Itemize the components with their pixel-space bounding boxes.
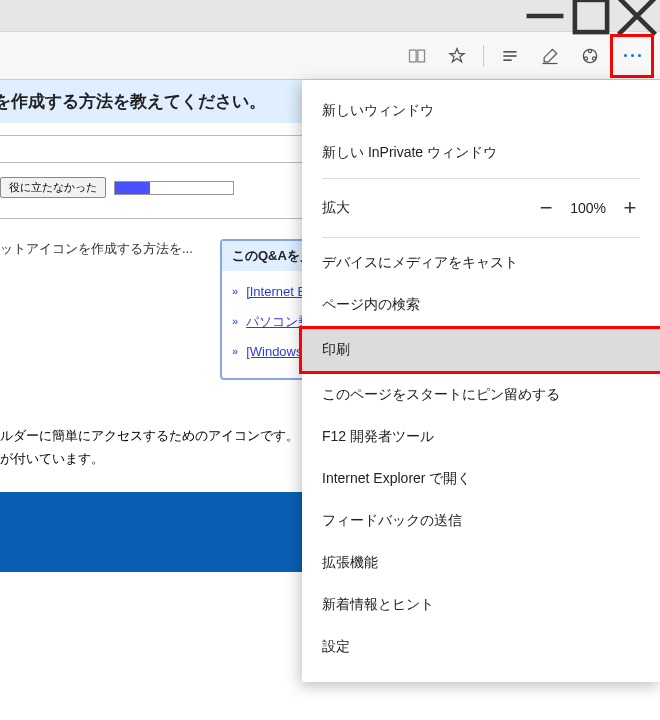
menu-find[interactable]: ページ内の検索	[302, 284, 660, 326]
menu-separator	[322, 178, 640, 179]
zoom-label: 拡大	[322, 199, 350, 217]
menu-feedback[interactable]: フィードバックの送信	[302, 500, 660, 542]
share-icon[interactable]	[570, 36, 610, 76]
zoom-in-button[interactable]: +	[620, 195, 640, 221]
reading-list-icon[interactable]	[397, 36, 437, 76]
more-menu-button[interactable]	[610, 34, 654, 78]
menu-zoom: 拡大 − 100% +	[302, 183, 660, 233]
chevron-right-icon: »	[232, 315, 238, 331]
svg-point-11	[593, 56, 596, 59]
menu-new-inprivate[interactable]: 新しい InPrivate ウィンドウ	[302, 132, 660, 174]
feedback-progress	[114, 181, 234, 195]
chevron-right-icon: »	[232, 345, 238, 361]
menu-extensions[interactable]: 拡張機能	[302, 542, 660, 584]
close-button[interactable]	[614, 0, 660, 32]
menu-separator	[322, 237, 640, 238]
zoom-value: 100%	[570, 200, 606, 216]
menu-devtools[interactable]: F12 開発者ツール	[302, 416, 660, 458]
content-image-placeholder	[0, 492, 350, 572]
menu-cast[interactable]: デバイスにメディアをキャスト	[302, 242, 660, 284]
menu-pin-to-start[interactable]: このページをスタートにピン留めする	[302, 374, 660, 416]
menu-print[interactable]: 印刷	[299, 326, 660, 374]
web-note-icon[interactable]	[530, 36, 570, 76]
svg-point-10	[584, 56, 587, 59]
menu-new-window[interactable]: 新しいウィンドウ	[302, 90, 660, 132]
svg-rect-1	[575, 0, 607, 32]
browser-toolbar	[0, 32, 660, 80]
maximize-button[interactable]	[568, 0, 614, 32]
menu-news[interactable]: 新着情報とヒント	[302, 584, 660, 626]
minimize-button[interactable]	[522, 0, 568, 32]
more-menu-dropdown: 新しいウィンドウ 新しい InPrivate ウィンドウ 拡大 − 100% +…	[302, 80, 660, 682]
left-summary-text: ットアイコンを作成する方法を...	[0, 239, 200, 260]
menu-settings[interactable]: 設定	[302, 626, 660, 668]
window-titlebar	[0, 0, 660, 32]
hub-icon[interactable]	[490, 36, 530, 76]
chevron-right-icon: »	[232, 285, 238, 301]
svg-point-9	[588, 49, 591, 52]
not-helpful-button[interactable]: 役に立たなかった	[0, 177, 106, 198]
favorites-star-icon[interactable]	[437, 36, 477, 76]
zoom-out-button[interactable]: −	[536, 195, 556, 221]
toolbar-separator	[483, 45, 484, 67]
menu-open-ie[interactable]: Internet Explorer で開く	[302, 458, 660, 500]
